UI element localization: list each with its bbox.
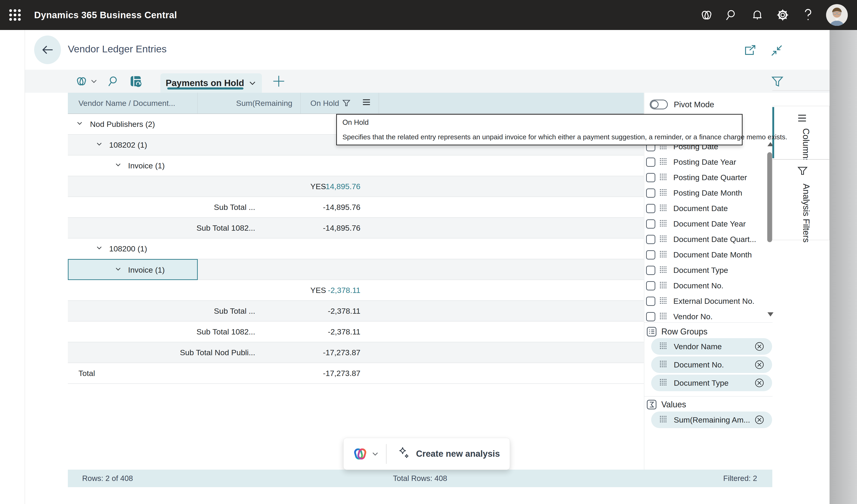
avatar[interactable] — [826, 4, 848, 26]
tab-payments-on-hold[interactable]: Payments on Hold — [161, 73, 262, 93]
filter-icon[interactable] — [771, 76, 784, 88]
total-value: -17,273.87 — [323, 363, 360, 383]
subtotal-label: Sub Total 1082... — [196, 321, 255, 342]
remaining-amount-value[interactable]: -14,895.76 — [323, 176, 360, 196]
column-field-item[interactable]: Document Date Year — [644, 216, 765, 231]
drag-handle-icon[interactable] — [660, 251, 667, 259]
minimize-icon[interactable] — [770, 44, 784, 57]
column-field-item[interactable]: Document Date — [644, 201, 765, 216]
total-rows-count: Total Rows: 408 — [68, 474, 772, 483]
field-checkbox[interactable] — [646, 173, 655, 182]
drag-handle-icon[interactable] — [660, 313, 667, 320]
bell-icon[interactable] — [750, 7, 765, 22]
drag-handle-icon[interactable] — [660, 416, 667, 424]
list-scroll-down-icon[interactable] — [768, 312, 773, 316]
list-scrollbar-thumb[interactable] — [767, 152, 772, 242]
table-row[interactable]: Total-17,273.87 — [68, 363, 644, 384]
field-checkbox[interactable] — [646, 297, 655, 306]
column-field-list: Posting DatePosting Date YearPosting Dat… — [644, 139, 765, 323]
drag-handle-icon[interactable] — [660, 379, 667, 387]
value-pill[interactable]: Sum(Remaining Am... — [651, 412, 772, 428]
collapse-chevron-icon[interactable] — [115, 161, 122, 169]
column-filter-icon[interactable] — [342, 99, 350, 107]
table-row[interactable]: 108200 (1) — [68, 239, 644, 259]
field-checkbox[interactable] — [646, 189, 655, 198]
tab-columns-label: Columns — [801, 128, 811, 163]
drag-handle-icon[interactable] — [660, 158, 667, 166]
remove-icon[interactable] — [755, 415, 764, 425]
open-in-new-window-icon[interactable] — [743, 44, 757, 57]
row-group-pill[interactable]: Document Type — [651, 375, 772, 391]
column-field-item[interactable]: Posting Date Year — [644, 154, 765, 170]
gear-icon[interactable] — [775, 7, 790, 22]
drag-handle-icon[interactable] — [660, 343, 667, 350]
pivot-mode-toggle[interactable] — [650, 100, 668, 109]
add-view-button[interactable] — [272, 75, 285, 88]
row-group-pill[interactable]: Vendor Name — [651, 338, 772, 355]
create-new-analysis-button[interactable]: Create new analysis — [387, 447, 500, 461]
drag-handle-icon[interactable] — [660, 236, 667, 243]
group-label: Invoice (1) — [128, 155, 165, 176]
column-field-item[interactable]: Document Date Quart... — [644, 231, 765, 247]
drag-handle-icon[interactable] — [660, 266, 667, 274]
app-launcher-waffle-icon[interactable] — [0, 0, 30, 30]
column-field-item[interactable]: Posting Date Quarter — [644, 170, 765, 185]
row-group-pill[interactable]: Document No. — [651, 357, 772, 373]
column-header-on-hold[interactable]: On Hold — [301, 93, 379, 114]
field-checkbox[interactable] — [646, 235, 655, 244]
column-field-item[interactable]: Document No. — [644, 278, 765, 293]
field-checkbox[interactable] — [646, 281, 655, 291]
field-checkbox[interactable] — [646, 158, 655, 167]
column-field-item[interactable]: Document Type — [644, 262, 765, 278]
copilot-icon[interactable] — [75, 75, 98, 87]
tooltip-description: Specifies that the related entry represe… — [342, 133, 736, 141]
remove-icon[interactable] — [755, 360, 764, 369]
collapse-chevron-icon[interactable] — [76, 120, 83, 128]
column-field-item[interactable]: Posting Date Month — [644, 185, 765, 201]
remove-icon[interactable] — [755, 378, 764, 388]
copilot-icon[interactable] — [699, 7, 714, 22]
table-row[interactable]: Invoice (1) — [68, 259, 644, 280]
column-field-item[interactable]: External Document No. — [644, 293, 765, 309]
window-scrollbar-area[interactable] — [829, 30, 857, 504]
field-checkbox[interactable] — [646, 219, 655, 229]
remove-icon[interactable] — [755, 342, 764, 351]
field-checkbox[interactable] — [646, 204, 655, 213]
collapse-chevron-icon[interactable] — [96, 244, 103, 253]
back-button[interactable] — [34, 36, 61, 64]
table-row[interactable]: -2,378.11YES — [68, 280, 644, 301]
drag-handle-icon[interactable] — [660, 205, 667, 212]
table-row[interactable]: Sub Total ...-14,895.76 — [68, 197, 644, 218]
table-row[interactable]: Sub Total Nod Publi...-17,273.87 — [68, 342, 644, 363]
column-field-item[interactable]: Document Date Month — [644, 247, 765, 262]
table-row[interactable]: Invoice (1) — [68, 155, 644, 176]
field-checkbox[interactable] — [646, 312, 655, 321]
drag-handle-icon[interactable] — [660, 361, 667, 369]
table-row[interactable]: Sub Total ...-2,378.11 — [68, 301, 644, 321]
drag-handle-icon[interactable] — [660, 282, 667, 290]
drag-handle-icon[interactable] — [660, 297, 667, 305]
copilot-menu-button[interactable] — [343, 447, 380, 461]
remaining-amount-value[interactable]: -2,378.11 — [328, 280, 360, 300]
search-icon[interactable] — [107, 75, 120, 87]
field-checkbox[interactable] — [646, 250, 655, 260]
tab-columns[interactable]: Columns — [772, 106, 829, 159]
selected-cell[interactable]: Invoice (1) — [68, 259, 198, 280]
drag-handle-icon[interactable] — [660, 220, 667, 228]
column-field-item[interactable]: Vendor No. — [644, 309, 765, 323]
table-row[interactable]: Sub Total 1082...-2,378.11 — [68, 321, 644, 342]
column-header-sum-remaining[interactable]: Sum(Remaining — [198, 93, 301, 114]
column-menu-icon[interactable] — [362, 98, 371, 108]
collapse-chevron-icon[interactable] — [96, 141, 103, 149]
collapse-chevron-icon[interactable] — [115, 266, 122, 274]
table-row[interactable]: Sub Total 1082...-14,895.76 — [68, 218, 644, 239]
drag-handle-icon[interactable] — [660, 174, 667, 181]
drag-handle-icon[interactable] — [660, 189, 667, 197]
table-row[interactable]: -14,895.76YES — [68, 176, 644, 197]
data-layout-icon[interactable] — [130, 75, 142, 87]
field-checkbox[interactable] — [646, 266, 655, 275]
tab-analysis-filters[interactable]: Analysis Filters — [772, 159, 829, 240]
column-header-vendor-name[interactable]: Vendor Name / Document... — [68, 93, 198, 114]
search-icon[interactable] — [725, 7, 739, 22]
help-icon[interactable] — [801, 7, 816, 22]
